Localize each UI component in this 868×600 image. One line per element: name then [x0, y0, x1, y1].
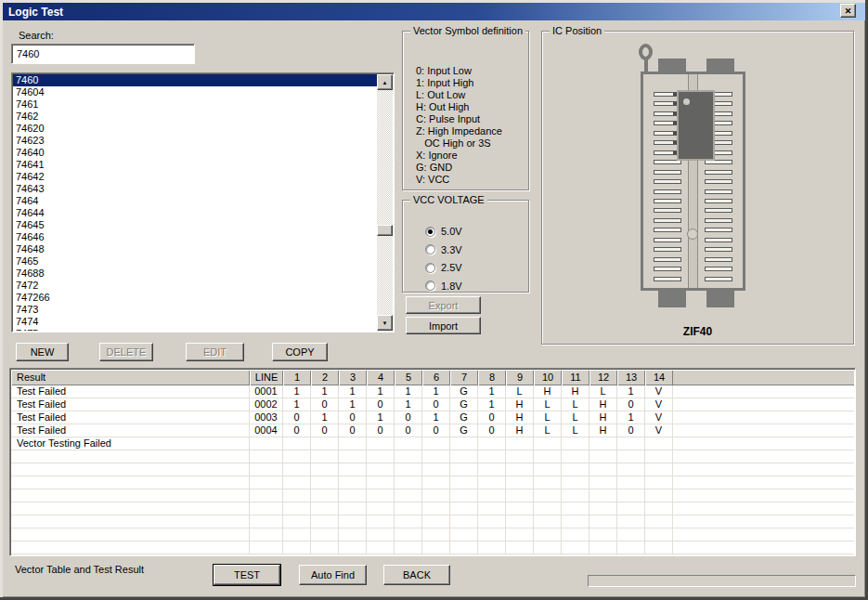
cell-pin-8: 1	[478, 385, 506, 398]
cell-result: Test Failed	[11, 424, 250, 437]
list-item-7461[interactable]: 7461	[13, 98, 377, 111]
list-item-74644[interactable]: 74644	[13, 207, 377, 219]
auto-find-button[interactable]: Auto Find	[299, 565, 367, 585]
list-item-74604[interactable]: 74604	[13, 86, 377, 98]
cell-pin-11: H	[562, 385, 589, 398]
scroll-down-button[interactable]: ▼	[377, 315, 393, 331]
cell-pin-3	[339, 437, 367, 450]
delete-button[interactable]: DELETE	[99, 343, 153, 361]
import-button[interactable]: Import	[406, 317, 481, 334]
list-item-7474[interactable]: 7474	[13, 316, 377, 328]
vcc-option-3.3V[interactable]: 3.3V	[425, 243, 462, 256]
list-item-747266[interactable]: 747266	[13, 292, 377, 304]
zif-pin-slot	[654, 208, 681, 213]
cell-pin-2	[311, 450, 339, 463]
cell-filler	[673, 450, 854, 463]
list-item-74640[interactable]: 74640	[13, 147, 377, 159]
zif-pin-slot	[705, 238, 732, 242]
list-item-7473[interactable]: 7473	[13, 304, 377, 316]
table-row[interactable]: Test Failed0001111111G1LHHL1V	[11, 385, 854, 398]
zif-pin-slot	[705, 170, 732, 175]
table-row[interactable]	[11, 450, 854, 463]
zif-pin-slot	[654, 228, 681, 232]
cell-pin-14	[645, 476, 673, 489]
cell-pin-13	[617, 515, 645, 528]
cell-pin-13	[617, 489, 645, 502]
edit-button[interactable]: EDIT	[186, 343, 244, 361]
scroll-up-button[interactable]: ▲	[377, 74, 393, 90]
list-item-74623[interactable]: 74623	[13, 135, 377, 147]
table-row[interactable]	[11, 476, 854, 489]
back-button[interactable]: BACK	[383, 565, 450, 585]
table-row[interactable]: Test Failed0004000000G0HLLH0V	[11, 424, 854, 437]
search-label: Search:	[19, 30, 54, 41]
list-item-7464[interactable]: 7464	[13, 195, 377, 207]
zif-pin-slot	[654, 189, 681, 194]
close-button[interactable]: ✕	[840, 4, 856, 18]
cell-filler	[673, 424, 854, 437]
list-item-7475[interactable]: 7475	[13, 328, 377, 331]
table-row[interactable]	[11, 502, 854, 515]
cell-pin-14: V	[645, 385, 673, 398]
list-item-7465[interactable]: 7465	[13, 255, 377, 267]
list-item-74643[interactable]: 74643	[13, 183, 377, 195]
cell-pin-5	[395, 463, 422, 476]
list-item-7460[interactable]: 7460	[13, 74, 377, 86]
export-button[interactable]: Export	[406, 296, 481, 314]
list-item-7472[interactable]: 7472	[13, 280, 377, 292]
cell-line: 0003	[250, 411, 283, 424]
vector-symbol-groupbox: Vector Symbol definition 0: Input Low1: …	[402, 31, 529, 190]
table-row[interactable]	[11, 515, 854, 528]
list-item-74688[interactable]: 74688	[13, 267, 377, 280]
cell-pin-8	[478, 528, 506, 541]
radio-icon[interactable]	[425, 244, 435, 254]
radio-icon[interactable]	[425, 280, 435, 291]
list-item-74620[interactable]: 74620	[13, 123, 377, 135]
cell-pin-2	[311, 528, 339, 541]
list-item-74648[interactable]: 74648	[13, 243, 377, 255]
cell-result	[11, 528, 250, 541]
table-row[interactable]: Test Failed0003010101G0HLLH1V	[11, 411, 854, 424]
cell-pin-8: 1	[478, 398, 506, 411]
list-item-74641[interactable]: 74641	[13, 159, 377, 171]
table-row[interactable]	[11, 541, 854, 554]
cell-result	[11, 489, 250, 502]
result-table-body[interactable]: ResultLINE1234567891011121314Test Failed…	[11, 370, 854, 554]
cell-filler	[673, 463, 854, 476]
vcc-option-5.0V[interactable]: 5.0V	[425, 225, 462, 238]
vector-symbol-line: OC High or 3S	[416, 137, 525, 150]
radio-icon[interactable]	[425, 227, 435, 237]
cell-pin-7	[450, 476, 478, 489]
table-row[interactable]	[11, 489, 854, 502]
list-item-7462[interactable]: 7462	[13, 111, 377, 123]
cell-pin-6: 0	[422, 398, 450, 411]
cell-filler	[673, 541, 854, 554]
scroll-thumb[interactable]	[377, 225, 393, 236]
cell-pin-12	[589, 515, 617, 528]
copy-button[interactable]: COPY	[272, 343, 328, 361]
titlebar: Logic Test ✕	[3, 3, 865, 20]
cell-pin-8	[478, 541, 506, 554]
table-row[interactable]: Test Failed0002101010G1HLLH0V	[11, 398, 854, 411]
list-item-74642[interactable]: 74642	[13, 171, 377, 183]
vector-symbol-line: H: Out High	[416, 101, 525, 113]
zif-pin-slot	[705, 179, 732, 184]
zif-screw-hole	[687, 228, 698, 240]
vcc-option-1.8V[interactable]: 1.8V	[425, 280, 462, 293]
search-input[interactable]	[11, 44, 195, 64]
table-row[interactable]: Vector Testing Failed	[11, 437, 854, 450]
list-item-74646[interactable]: 74646	[13, 231, 377, 243]
cell-pin-7: G	[450, 398, 478, 411]
device-list[interactable]: 7460746047461746274620746237464074641746…	[13, 74, 377, 331]
zif-pin-slot	[654, 170, 681, 175]
cell-pin-13: 0	[617, 398, 645, 411]
test-button[interactable]: TEST	[214, 565, 280, 585]
new-button[interactable]: NEW	[16, 343, 69, 361]
table-row[interactable]	[11, 528, 854, 541]
list-item-74645[interactable]: 74645	[13, 219, 377, 231]
table-row[interactable]	[11, 463, 854, 476]
vcc-option-2.5V[interactable]: 2.5V	[425, 261, 462, 274]
cell-line	[250, 528, 283, 541]
radio-icon[interactable]	[425, 263, 435, 273]
device-list-scrollbar[interactable]: ▲ ▼	[377, 74, 393, 331]
